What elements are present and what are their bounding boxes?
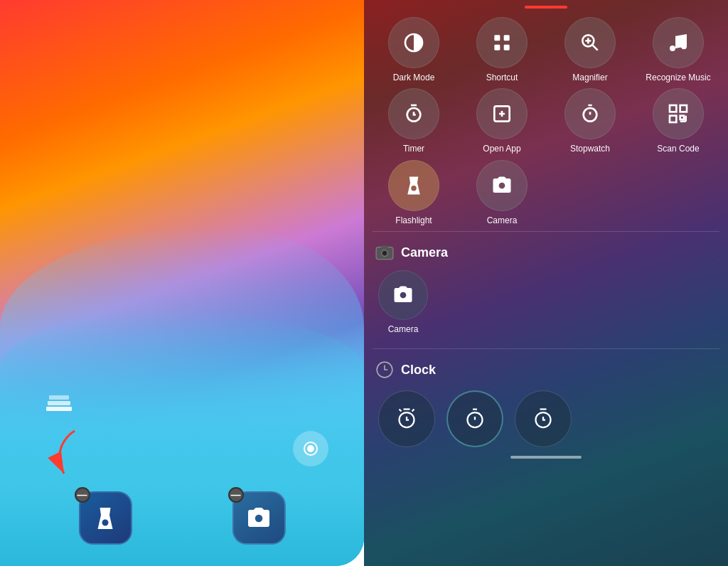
magnifier-label: Magnifier (572, 73, 607, 82)
dock-flashlight[interactable]: — (79, 491, 132, 545)
clock-section-icon (375, 361, 394, 379)
dock-camera[interactable]: — (232, 491, 286, 545)
camera-sub-items: Camera (364, 267, 728, 343)
shortcut-timer[interactable]: Timer (373, 88, 455, 154)
svg-point-17 (584, 108, 597, 122)
scan-code-label: Scan Code (657, 144, 699, 154)
right-panel: Dark Mode Shortcut (364, 0, 728, 566)
shortcut-camera[interactable]: Camera (461, 160, 543, 225)
camera-section-icon (375, 243, 394, 262)
divider-2 (373, 348, 719, 349)
svg-rect-9 (494, 45, 500, 50)
shortcut-scan-code[interactable]: Scan Code (637, 88, 719, 154)
top-indicator (525, 6, 567, 9)
svg-rect-21 (680, 116, 684, 119)
camera-section-header: Camera (364, 237, 728, 267)
svg-rect-20 (670, 116, 676, 122)
red-arrow (43, 424, 85, 481)
shortcut-open-app[interactable]: Open App (461, 88, 543, 154)
shortcut-magnifier[interactable]: Magnifier (549, 17, 631, 82)
shortcut-label: Shortcut (486, 73, 518, 82)
divider-1 (373, 231, 719, 232)
camera-sub-label: Camera (388, 324, 419, 334)
svg-rect-19 (680, 105, 687, 112)
timer-label: Timer (403, 144, 424, 154)
stopwatch-icon-item[interactable] (446, 390, 503, 447)
stopwatch-label: Stopwatch (570, 144, 610, 154)
shortcut-shortcut[interactable]: Shortcut (461, 17, 543, 82)
shortcut-stopwatch[interactable]: Stopwatch (549, 88, 631, 154)
shortcut-dark-mode[interactable]: Dark Mode (373, 17, 455, 82)
flashlight-label: Flashlight (395, 215, 432, 225)
recognize-music-label: Recognize Music (646, 73, 710, 82)
open-app-label: Open App (483, 144, 520, 154)
clock-sub-items (364, 385, 728, 453)
dark-mode-label: Dark Mode (393, 73, 435, 82)
timer-icon-item[interactable] (515, 390, 572, 447)
shortcut-grid-row1: Dark Mode Shortcut (364, 17, 728, 82)
stack-icon (46, 395, 72, 417)
left-panel: — — (0, 0, 364, 566)
svg-rect-0 (49, 395, 69, 400)
camera-sub-item[interactable]: Camera (378, 270, 428, 334)
svg-rect-2 (46, 407, 72, 411)
shortcut-recognize-music[interactable]: Recognize Music (637, 17, 719, 82)
svg-rect-8 (504, 35, 510, 41)
brightness-icon[interactable] (293, 431, 328, 466)
svg-line-12 (592, 45, 597, 50)
svg-rect-7 (494, 35, 500, 41)
shortcut-grid-row2: Timer Open App Stopwatch (364, 88, 728, 154)
svg-rect-18 (670, 105, 676, 112)
svg-rect-1 (48, 401, 70, 405)
svg-point-3 (307, 445, 314, 452)
svg-rect-10 (504, 45, 510, 50)
flashlight-minus-badge: — (75, 487, 90, 503)
dock-area: — — (0, 491, 364, 545)
clock-section-title: Clock (401, 363, 436, 378)
svg-rect-27 (382, 245, 388, 247)
camera-section-title: Camera (401, 245, 448, 260)
camera-minus-badge: — (228, 487, 244, 503)
alarm-icon-item[interactable] (378, 390, 435, 447)
camera-shortcut-label: Camera (487, 215, 518, 225)
clock-section-header: Clock (364, 355, 728, 385)
shortcut-flashlight[interactable]: Flashlight (373, 160, 455, 225)
home-indicator (510, 456, 582, 459)
svg-point-26 (383, 252, 386, 255)
